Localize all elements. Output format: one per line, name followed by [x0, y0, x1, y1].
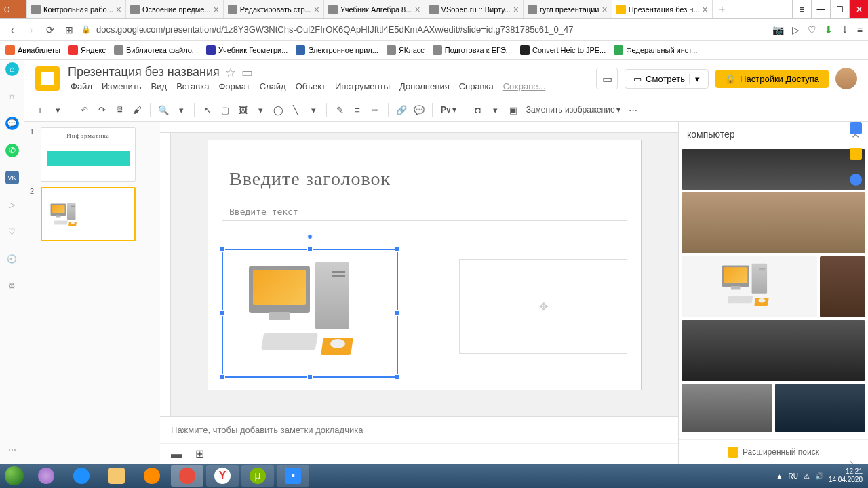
- window-close[interactable]: ✕: [849, 0, 868, 18]
- image-tool[interactable]: 🖼: [235, 102, 250, 117]
- move-folder-icon[interactable]: ▭: [241, 65, 253, 80]
- bookmark-item[interactable]: Convert Heic to JPE...: [520, 45, 606, 55]
- resize-handle[interactable]: [307, 247, 313, 252]
- menu-help[interactable]: Справка: [456, 80, 496, 93]
- taskbar-ie[interactable]: [65, 465, 98, 487]
- slide-editor[interactable]: Введите заголовок Введите текст: [208, 140, 642, 390]
- language-indicator[interactable]: RU: [788, 472, 797, 480]
- search-result-image[interactable]: [682, 149, 865, 190]
- bookmark-star-icon[interactable]: ☆: [5, 89, 19, 103]
- title-placeholder[interactable]: Введите заголовок: [222, 161, 627, 197]
- present-dropdown-icon[interactable]: ▾: [689, 74, 700, 84]
- more-icon[interactable]: ⋯: [5, 443, 19, 457]
- share-button[interactable]: 🔒 Настройки Доступа: [715, 70, 829, 88]
- line-tool[interactable]: ╲: [288, 102, 303, 117]
- bookmark-item[interactable]: Авиабилеты: [5, 45, 60, 55]
- menu-object[interactable]: Объект: [293, 80, 328, 93]
- taskbar-explorer[interactable]: [100, 465, 133, 487]
- menu-view[interactable]: Вид: [149, 80, 170, 93]
- save-page-icon[interactable]: ⤓: [841, 24, 849, 35]
- bookmark-item[interactable]: Электронное прил...: [296, 45, 378, 55]
- content-placeholder[interactable]: ✥: [459, 259, 627, 354]
- whatsapp-icon[interactable]: ✆: [5, 144, 19, 157]
- search-result-image[interactable]: [682, 320, 865, 381]
- resize-handle[interactable]: [395, 374, 400, 380]
- search-result-image[interactable]: [682, 384, 772, 432]
- speed-dial-icon[interactable]: ⊞: [62, 24, 76, 35]
- chevron-down-icon[interactable]: ▾: [253, 102, 268, 117]
- tab-close-icon[interactable]: ×: [414, 4, 420, 15]
- text-placeholder[interactable]: Введите текст: [222, 205, 627, 221]
- selected-image[interactable]: [222, 249, 398, 378]
- nav-forward[interactable]: ›: [24, 24, 38, 35]
- menu-edit[interactable]: Изменить: [99, 80, 144, 93]
- bookmark-item[interactable]: Учебник Геометри...: [206, 45, 288, 55]
- browser-tab[interactable]: гугл презентации×: [524, 0, 612, 18]
- resize-handle[interactable]: [395, 310, 400, 316]
- settings-gear-icon[interactable]: ⚙: [5, 279, 19, 293]
- bookmark-item[interactable]: Яндекс: [68, 45, 106, 55]
- menu-icon[interactable]: ≡: [857, 24, 863, 35]
- play-video-icon[interactable]: ▷: [792, 24, 800, 35]
- taskbar-media[interactable]: [136, 465, 168, 487]
- advanced-search-button[interactable]: Расширенный поиск: [679, 439, 868, 464]
- menu-file[interactable]: Файл: [68, 80, 95, 93]
- browser-tab[interactable]: Редактировать стр...×: [224, 0, 324, 18]
- border-dash-button[interactable]: ┉: [368, 102, 382, 117]
- crop-button[interactable]: ◘: [471, 102, 486, 117]
- flow-icon[interactable]: ▷: [5, 198, 19, 211]
- menu-insert[interactable]: Вставка: [174, 80, 212, 93]
- system-clock[interactable]: 12:21 14.04.2020: [829, 468, 863, 484]
- chevron-down-icon[interactable]: ▾: [50, 102, 65, 117]
- star-icon[interactable]: ☆: [225, 65, 236, 80]
- speaker-notes[interactable]: Нажмите, чтобы добавить заметки докладчи…: [160, 416, 678, 443]
- undo-button[interactable]: ↶: [77, 102, 92, 117]
- tray-flag-icon[interactable]: ▲: [776, 472, 783, 480]
- select-tool[interactable]: ↖: [200, 102, 215, 117]
- tasks-icon[interactable]: [850, 174, 862, 186]
- mask-button[interactable]: ▣: [506, 102, 521, 117]
- redo-button[interactable]: ↷: [94, 102, 109, 117]
- browser-tab[interactable]: Освоение предме...×: [126, 0, 224, 18]
- slides-logo-icon[interactable]: [35, 66, 60, 91]
- browser-tab-active[interactable]: Презентация без н...×: [612, 0, 713, 18]
- window-minimize[interactable]: —: [811, 0, 830, 18]
- document-title[interactable]: Презентация без названия: [68, 65, 220, 79]
- tab-close-icon[interactable]: ×: [703, 4, 708, 15]
- slide-thumbnail-active[interactable]: [41, 187, 136, 241]
- new-slide-button[interactable]: +: [33, 102, 47, 117]
- tab-close-icon[interactable]: ×: [314, 4, 319, 15]
- chevron-down-icon[interactable]: ▾: [306, 102, 321, 117]
- easy-setup-icon[interactable]: ≡: [792, 0, 811, 18]
- heart-sidebar-icon[interactable]: ♡: [5, 225, 19, 239]
- slide-thumbnail[interactable]: Информатика: [41, 127, 136, 182]
- paint-format-button[interactable]: 🖌: [130, 102, 144, 117]
- nav-back[interactable]: ‹: [5, 24, 19, 35]
- explore-results[interactable]: [679, 146, 868, 439]
- print-button[interactable]: 🖶: [112, 102, 127, 117]
- start-button[interactable]: [0, 464, 28, 488]
- download-icon[interactable]: ⬇: [825, 24, 833, 35]
- textbox-tool[interactable]: ▢: [218, 102, 233, 117]
- more-tools-icon[interactable]: ⋯: [626, 102, 641, 117]
- zoom-button[interactable]: 🔍: [156, 102, 171, 117]
- tab-close-icon[interactable]: ×: [513, 4, 519, 15]
- keep-icon[interactable]: [850, 148, 862, 160]
- font-button[interactable]: Pv ▾: [438, 105, 459, 115]
- shape-tool[interactable]: ◯: [271, 102, 285, 117]
- calendar-icon[interactable]: [850, 122, 862, 134]
- taskbar-opera[interactable]: [171, 465, 203, 487]
- bookmark-item[interactable]: Федеральный инст...: [614, 45, 697, 55]
- bookmark-item[interactable]: Библиотека файло...: [114, 45, 198, 55]
- chevron-down-icon[interactable]: ▾: [488, 102, 503, 117]
- border-weight-button[interactable]: ≡: [350, 102, 365, 117]
- menu-tools[interactable]: Инструменты: [332, 80, 393, 93]
- url-field[interactable]: 🔒 docs.google.com/presentation/d/1z8Y3GW…: [81, 24, 767, 35]
- chevron-down-icon[interactable]: ▾: [174, 102, 189, 117]
- home-icon[interactable]: ⌂: [5, 62, 19, 76]
- network-icon[interactable]: ⚠: [804, 472, 810, 480]
- tab-close-icon[interactable]: ×: [602, 4, 608, 15]
- messenger-icon[interactable]: 💬: [5, 117, 19, 130]
- comment-button[interactable]: 💬: [412, 102, 427, 117]
- taskbar-utorrent[interactable]: μ: [241, 465, 274, 487]
